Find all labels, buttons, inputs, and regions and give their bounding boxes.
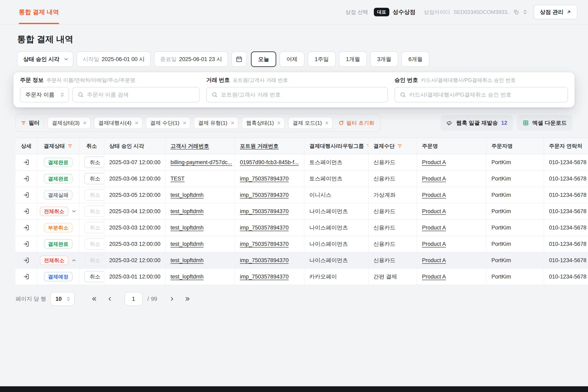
portone-tx-link[interactable]: 01957d90-fcb3-845b-f... [240,159,299,166]
order-search-input[interactable] [87,92,194,98]
column-header[interactable]: 결제수단 [368,138,417,154]
row-detail-button[interactable] [23,208,30,215]
page-nav: /99 [88,292,194,306]
tab-integrated-payments[interactable]: 통합 결제 내역 [19,0,59,24]
row-detail-button[interactable] [23,224,30,231]
approval-number-search-input[interactable] [409,92,563,98]
filter-chips: 결제상태(3)결제대행사(4)결제 수단(1)결제 유형(1)웹훅상태(1)결제… [47,117,333,129]
quick-range-button[interactable]: 어제 [280,52,304,67]
row-detail-button[interactable] [23,192,30,198]
tx-number-search-input[interactable] [221,92,382,98]
filter-chip[interactable]: 결제 수단(1) [146,117,190,129]
order-name-link[interactable]: Product A [422,208,446,214]
cancel-button: 취소 [84,206,104,217]
order-search-field-select[interactable]: 주문자 이름 [20,87,69,102]
page-number-input[interactable] [124,292,142,306]
filter-chip[interactable]: 결제대행사(4) [94,117,142,129]
approved-at: 2025-03-04 12:00:00 [104,203,166,220]
merchant-tx-link[interactable]: test_lopftdmh [170,208,204,214]
column-header[interactable]: 포트원 거래번호 [235,138,304,154]
store-manage-button[interactable]: 상점 관리 [534,5,578,20]
payment-method: 신용카드 [368,203,417,220]
approved-at: 2025-03-01 12:00:00 [104,268,166,285]
column-filter-icon[interactable] [68,143,73,149]
cancel-button[interactable]: 취소 [84,156,104,168]
row-detail-button[interactable] [23,159,30,166]
cancel-button[interactable]: 취소 [84,173,104,184]
portone-tx-link[interactable]: imp_750357894370 [240,208,289,214]
column-header[interactable]: 결제대행사/라우팅그룹 [304,138,368,154]
close-icon[interactable] [277,121,281,125]
filter-chip[interactable]: 결제상태(3) [47,117,91,129]
portone-tx-link[interactable]: imp_750357894370 [240,257,289,264]
portone-tx-link[interactable]: imp_750357894370 [240,176,289,182]
close-icon[interactable] [230,121,235,125]
calendar-button[interactable] [231,52,247,67]
quick-range-button[interactable]: 3개월 [370,52,398,67]
end-date-input[interactable]: 종료일 2025-06-01 23 시 [154,52,228,67]
portone-tx-link[interactable]: imp_750357894370 [240,192,289,198]
close-icon[interactable] [324,121,329,125]
column-header[interactable]: 결제상태 [37,138,79,154]
customer-phone: 010-1234-5678 [544,170,588,187]
chevron-down-icon[interactable] [71,209,76,214]
filter-button[interactable]: 필터 [20,119,40,126]
row-detail-button[interactable] [23,273,30,280]
rows-per-page-select[interactable]: 10 [50,292,75,306]
time-type-select[interactable]: 상태 승인 시각 [17,52,73,67]
order-name-link[interactable]: Product A [422,224,446,231]
portone-tx-link[interactable]: imp_750357894370 [240,241,289,247]
portone-tx-link[interactable]: imp_750357894370 [240,224,289,231]
quick-range-button[interactable]: 오늘 [251,52,276,67]
portone-tx-link[interactable]: imp_750357894370 [240,274,289,280]
chevron-up-icon[interactable] [71,258,76,263]
merchant-tx-link[interactable]: test_lopftdmh [170,192,204,198]
store-picker[interactable]: 대표 성수상점 상점아이디 SED02345DCOM3933.. [374,8,528,16]
table-row: 전체취소취소2025-03-04 12:00:00test_lopftdmhim… [16,203,588,220]
first-page-button[interactable] [88,292,101,306]
quick-range-button[interactable]: 6개월 [402,52,429,67]
merchant-tx-link[interactable]: TEST [170,176,184,182]
last-page-button[interactable] [181,292,194,306]
filter-box: 필터 결제상태(3)결제대행사(4)결제 수단(1)결제 유형(1)웹훅상태(1… [16,114,380,132]
close-icon[interactable] [82,121,87,125]
column-filter-icon[interactable] [397,143,402,149]
column-header[interactable]: 고객사 거래번호 [166,138,235,154]
approved-at: 2025-03-02 12:00:00 [104,252,166,268]
search-icon [400,92,406,98]
order-name-link[interactable]: Product A [422,257,446,264]
row-detail-button[interactable] [23,257,30,264]
quick-range-button[interactable]: 1주일 [308,52,336,67]
merchant-tx-link[interactable]: test_lopftdmh [170,257,204,264]
prev-page-button[interactable] [103,292,116,306]
merchant-tx-link[interactable]: test_lopftdmh [170,274,204,280]
copy-icon[interactable] [513,9,519,15]
row-detail-button[interactable] [23,240,30,248]
order-name-link[interactable]: Product A [422,241,446,247]
start-date-input[interactable]: 시작일 2025-06-01 00 시 [76,52,151,67]
quick-range-button[interactable]: 1개월 [339,52,367,67]
merchant-tx-link[interactable]: test_lopftdmh [170,224,204,231]
filter-chip[interactable]: 결제 유형(1) [194,117,238,129]
close-icon[interactable] [182,121,187,125]
approved-at: 2025-03-05 12:00:00 [104,187,166,203]
webhook-resend-button[interactable]: 웹훅 일괄 재발송 12 [440,115,513,131]
close-icon[interactable] [134,121,139,125]
pg-provider: 토스페이먼츠 [304,154,368,170]
filter-chip[interactable]: 결제 모드(1) [288,117,333,129]
filter-reset-button[interactable]: 필터 초기화 [337,120,376,126]
cancel-button[interactable]: 취소 [84,271,104,282]
order-name-link[interactable]: Product A [422,159,446,166]
detail-enter-icon [23,224,30,231]
excel-download-button[interactable]: 엑셀 다운로드 [517,115,572,131]
filter-chip[interactable]: 웹훅상태(1) [242,117,285,129]
merchant-tx-link[interactable]: test_lopftdmh [170,241,204,247]
next-page-button[interactable] [166,292,178,306]
column-filter-icon[interactable] [366,143,368,149]
order-name-link[interactable]: Product A [422,176,446,182]
order-name-link[interactable]: Product A [422,192,446,198]
merchant-tx-link[interactable]: billing-payment-d757dc... [170,159,232,166]
row-detail-button[interactable] [23,175,30,182]
customer-name: PortKim [486,203,544,220]
order-name-link[interactable]: Product A [422,274,446,280]
